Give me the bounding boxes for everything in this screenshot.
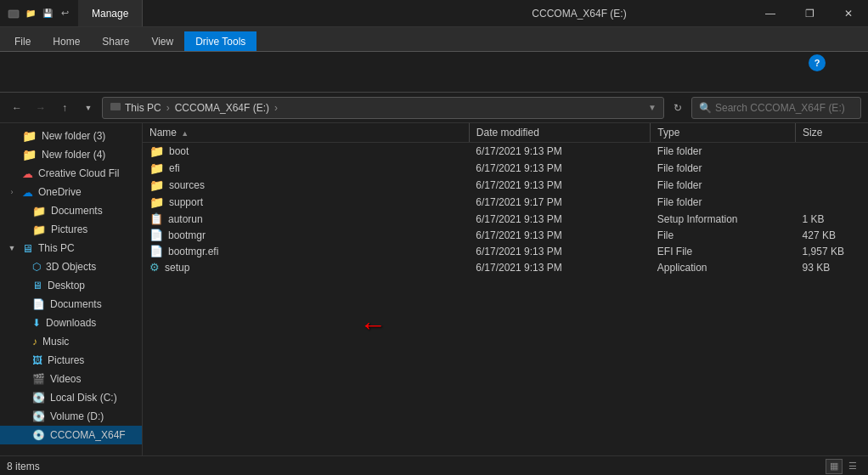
- expand-icon-nf4: [7, 150, 17, 160]
- column-header-date[interactable]: Date modified: [469, 123, 651, 143]
- tab-drive-tools[interactable]: Drive Tools: [184, 31, 256, 51]
- file-type: File folder: [651, 177, 796, 194]
- sidebar-label-od-docs: Documents: [51, 205, 103, 217]
- undo-icon: ↩: [58, 7, 71, 20]
- sidebar-item-this-pc[interactable]: ▼ 🖥 This PC: [0, 239, 142, 257]
- refresh-button[interactable]: ↻: [668, 98, 688, 118]
- table-row[interactable]: 📁boot6/17/2021 9:13 PMFile folder: [143, 143, 868, 161]
- ribbon-tab-row: File Home Share View Drive Tools: [0, 27, 868, 51]
- breadcrumb-icon: [110, 100, 121, 115]
- list-view-button[interactable]: ☰: [844, 459, 861, 474]
- breadcrumb-this-pc[interactable]: This PC: [125, 102, 161, 114]
- column-header-name[interactable]: Name ▲: [143, 123, 469, 143]
- table-row[interactable]: ⚙setup6/17/2021 9:13 PMApplication93 KB: [143, 259, 868, 275]
- nav-bar: ← → ↑ ▼ This PC › CCCOMA_X64F (E:) › ▼ ↻…: [0, 93, 868, 123]
- folder-icon-nf4: 📁: [22, 148, 37, 161]
- sidebar-label-d: Volume (D:): [50, 410, 104, 422]
- file-name-cell: 📋autorun: [149, 212, 462, 225]
- expand-icon-docs: [17, 299, 27, 309]
- search-bar[interactable]: 🔍: [691, 97, 861, 119]
- sidebar-item-new-folder-3[interactable]: 📁 New folder (3): [0, 127, 142, 145]
- expand-icon-music: [17, 336, 27, 347]
- folder-icon-od-docs: 📁: [32, 205, 46, 218]
- sidebar-label-nf3: New folder (3): [42, 130, 105, 142]
- local-disk-c-icon: 💽: [32, 392, 45, 404]
- file-date: 6/17/2021 9:17 PM: [469, 194, 651, 211]
- sidebar-item-local-disk-c[interactable]: 💽 Local Disk (C:): [0, 388, 142, 407]
- expand-icon-pc: ▼: [7, 243, 17, 253]
- item-count: 8 items: [7, 461, 40, 472]
- breadcrumb-drive[interactable]: CCCOMA_X64F (E:): [175, 102, 269, 114]
- tab-view[interactable]: View: [140, 31, 184, 51]
- table-row[interactable]: 📁support6/17/2021 9:17 PMFile folder: [143, 194, 868, 211]
- setup-arrow-indicator: ←: [359, 309, 386, 341]
- sidebar-label-od: OneDrive: [38, 186, 82, 198]
- title-tabs: Manage: [78, 0, 408, 26]
- sidebar-item-od-documents[interactable]: 📁 Documents: [0, 201, 142, 220]
- table-row[interactable]: 📁sources6/17/2021 9:13 PMFile folder: [143, 177, 868, 194]
- sidebar: 📁 New folder (3) 📁 New folder (4) ☁ Crea…: [0, 123, 143, 455]
- tab-share[interactable]: Share: [91, 31, 140, 51]
- title-bar-icons: 📁 💾 ↩: [0, 7, 78, 20]
- setup-info-icon: 📋: [149, 212, 163, 225]
- up-button[interactable]: ↑: [54, 98, 75, 118]
- sidebar-item-downloads[interactable]: ⬇ Downloads: [0, 314, 142, 332]
- sidebar-item-documents[interactable]: 📄 Documents: [0, 295, 142, 314]
- ribbon-content: [0, 51, 868, 92]
- sidebar-item-desktop[interactable]: 🖥 Desktop: [0, 276, 142, 295]
- file-name-cell: 📄bootmgr: [149, 229, 462, 241]
- help-button[interactable]: ?: [809, 54, 826, 71]
- file-name-cell: 📄bootmgr.efi: [149, 245, 462, 257]
- sidebar-item-od-pictures[interactable]: 📁 Pictures: [0, 220, 142, 239]
- breadcrumb-bar[interactable]: This PC › CCCOMA_X64F (E:) › ▼: [102, 97, 664, 119]
- sidebar-item-new-folder-4[interactable]: 📁 New folder (4): [0, 145, 142, 164]
- sidebar-item-volume-d[interactable]: 💽 Volume (D:): [0, 407, 142, 426]
- app-icon-1: [7, 7, 20, 20]
- search-icon: 🔍: [699, 102, 712, 114]
- sidebar-item-creative-cloud[interactable]: ☁ Creative Cloud Fil: [0, 164, 142, 183]
- sidebar-label-od-pics: Pictures: [51, 223, 87, 235]
- forward-button[interactable]: →: [31, 98, 51, 118]
- sidebar-label-cccoma: CCCOMA_X64F: [50, 429, 126, 441]
- file-type: File folder: [651, 194, 796, 211]
- sort-arrow-name: ▲: [181, 129, 189, 138]
- tab-file[interactable]: File: [3, 31, 42, 51]
- docs-icon: 📄: [32, 298, 45, 310]
- expand-icon-cccoma: [17, 430, 27, 440]
- file-type: EFI File: [651, 243, 796, 259]
- sidebar-item-videos[interactable]: 🎬 Videos: [0, 370, 142, 388]
- column-header-size[interactable]: Size: [796, 123, 868, 143]
- maximize-button[interactable]: ❐: [790, 0, 829, 26]
- folder-icon: 📁: [149, 195, 164, 209]
- recent-locations-button[interactable]: ▼: [78, 98, 99, 118]
- file-type: Setup Information: [651, 211, 796, 227]
- quick-access-folder-icon: 📁: [24, 7, 37, 20]
- sidebar-item-music[interactable]: ♪ Music: [0, 332, 142, 351]
- table-row[interactable]: 📄bootmgr.efi6/17/2021 9:13 PMEFI File1,9…: [143, 243, 868, 259]
- file-size: [796, 160, 868, 177]
- folder-icon-od-pics: 📁: [32, 223, 46, 236]
- search-input[interactable]: [715, 102, 854, 114]
- close-button[interactable]: ✕: [829, 0, 868, 26]
- breadcrumb-dropdown-icon[interactable]: ▼: [648, 103, 657, 112]
- sidebar-item-cccoma[interactable]: 💿 CCCOMA_X64F: [0, 426, 142, 444]
- column-header-type[interactable]: Type: [651, 123, 796, 143]
- save-icon: 💾: [41, 7, 54, 20]
- table-row[interactable]: 📋autorun6/17/2021 9:13 PMSetup Informati…: [143, 211, 868, 227]
- sidebar-item-3d-objects[interactable]: ⬡ 3D Objects: [0, 257, 142, 276]
- sidebar-item-pictures[interactable]: 🖼 Pictures: [0, 351, 142, 370]
- details-view-button[interactable]: ▦: [826, 459, 843, 474]
- minimize-button[interactable]: —: [751, 0, 790, 26]
- back-button[interactable]: ←: [7, 98, 27, 118]
- table-row[interactable]: 📁efi6/17/2021 9:13 PMFile folder: [143, 160, 868, 177]
- manage-tab-title[interactable]: Manage: [78, 0, 143, 26]
- sidebar-item-onedrive[interactable]: › ☁ OneDrive: [0, 183, 142, 201]
- pictures-icon: 🖼: [32, 354, 42, 366]
- folder-icon: 📁: [149, 144, 164, 158]
- file-list-table: Name ▲ Date modified Type Size: [143, 123, 868, 275]
- file-type: File folder: [651, 143, 796, 161]
- sidebar-label-cc: Creative Cloud Fil: [38, 167, 119, 179]
- file-name-cell: 📁support: [149, 195, 462, 209]
- tab-home[interactable]: Home: [42, 31, 91, 51]
- table-row[interactable]: 📄bootmgr6/17/2021 9:13 PMFile427 KB: [143, 227, 868, 243]
